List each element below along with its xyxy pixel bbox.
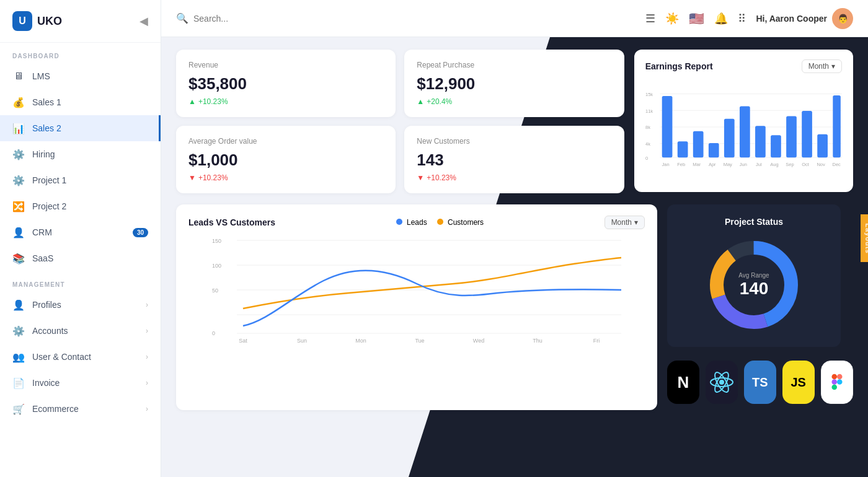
stat-label: New Customers [417,137,611,146]
chevron-right-icon: › [146,405,148,413]
bottom-row: Leads VS Customers Leads Customers [176,204,853,410]
sales2-icon: 📊 [12,122,25,134]
svg-text:Fri: Fri [593,338,600,344]
sidebar-item-crm[interactable]: 👤 CRM 30 [0,219,161,245]
main-content: 🔍 ☰ ☀️ 🇺🇸 🔔 ⠿ Hi, Aaron Cooper 👨 [161,0,868,477]
chevron-right-icon: › [146,300,148,309]
svg-text:Jun: Jun [739,162,746,167]
stat-card-avg-order: Average Order value $1,000 ▼ +10.23% [176,126,396,193]
collapse-button[interactable]: ◀ [140,14,148,28]
sidebar-item-label: Invoice [32,378,138,388]
stats-left: Revenue $35,800 ▲ +10.23% Repeat Purchas… [176,50,624,193]
svg-text:Mar: Mar [693,162,701,167]
sidebar-item-project1[interactable]: ⚙️ Project 1 [0,167,161,193]
chevron-down-icon: ▾ [831,62,835,71]
sidebar-item-invoice[interactable]: 📄 Invoice › [0,370,161,396]
chevron-right-icon: › [146,352,148,361]
sidebar-item-label: Accounts [32,326,138,336]
stat-card-new-customers: New Customers 143 ▼ +10.23% [404,126,624,193]
svg-text:0: 0 [212,330,215,336]
accounts-icon: ⚙️ [12,325,25,337]
leads-header: Leads VS Customers Leads Customers [188,216,645,229]
svg-text:Sep: Sep [786,162,794,167]
sidebar-item-label: Profiles [32,300,138,310]
user-greeting: Hi, Aaron Cooper [756,14,827,24]
crm-badge: 30 [133,228,148,237]
svg-rect-10 [662,96,672,157]
svg-text:150: 150 [212,238,221,244]
svg-text:Nov: Nov [817,162,825,167]
sidebar-item-ecommerce[interactable]: 🛒 Ecommerce › [0,396,161,422]
svg-point-54 [719,380,724,385]
logo-text: UKO [37,15,62,28]
project-status-card: Project Status [667,204,841,347]
profiles-icon: 👤 [12,299,25,311]
sidebar-item-sales2[interactable]: 📊 Sales 2 [0,115,161,141]
stat-value: 143 [417,151,611,170]
sidebar-item-saas[interactable]: 📚 SaaS [0,245,161,271]
sidebar-item-label: Hiring [32,149,148,159]
invoice-icon: 📄 [12,377,25,389]
chevron-down-icon: ▾ [634,218,638,227]
search-input[interactable] [193,14,317,24]
svg-rect-58 [831,374,837,380]
flag-icon[interactable]: 🇺🇸 [689,11,704,26]
notification-icon[interactable]: 🔔 [714,12,728,25]
svg-point-62 [837,379,843,385]
legend-customers: Customers [437,218,484,227]
sales1-icon: 💰 [12,96,25,108]
leads-line-chart: 150 100 50 0 Sat Sun Mon Tue Wed [188,234,645,346]
sidebar-item-lms[interactable]: 🖥 LMS [0,63,161,89]
down-arrow-icon: ▼ [417,173,424,182]
sidebar-item-profiles[interactable]: 👤 Profiles › [0,292,161,318]
svg-text:8k: 8k [645,125,650,130]
search-wrapper: 🔍 [176,12,362,24]
sidebar-item-hiring[interactable]: ⚙️ Hiring [0,141,161,167]
theme-icon[interactable]: ☀️ [665,12,679,25]
donut-chart: Avg Range 140 [704,235,804,335]
svg-text:Sat: Sat [239,338,247,344]
leads-dot [396,219,402,225]
leads-chart-card: Leads VS Customers Leads Customers [176,204,657,410]
earnings-header: Earnings Report Month ▾ [645,59,842,73]
period-label: Month [808,62,829,71]
svg-rect-16 [755,126,766,157]
typescript-icon: TS [744,361,776,404]
up-arrow-icon: ▲ [188,97,196,106]
svg-text:Sun: Sun [297,338,307,344]
change-value: +10.23% [198,97,228,106]
leads-period-button[interactable]: Month ▾ [604,216,645,229]
svg-text:100: 100 [212,263,221,269]
avg-range-label: Avg Range [738,272,769,279]
svg-rect-60 [831,379,837,385]
sidebar-item-label: Sales 1 [32,97,148,107]
grid-icon[interactable]: ⠿ [738,12,746,25]
search-icon: 🔍 [176,12,188,24]
earnings-card: Earnings Report Month ▾ 15k 11k 8k 4k 0 [634,50,853,192]
layouts-tab[interactable]: Layouts [861,214,868,262]
stat-value: $12,900 [417,74,611,94]
nextjs-icon: N [667,361,699,404]
svg-text:Oct: Oct [802,162,810,167]
menu-icon[interactable]: ☰ [645,12,655,25]
svg-text:Jan: Jan [662,162,669,167]
chevron-right-icon: › [146,326,148,335]
earnings-period-button[interactable]: Month ▾ [802,59,842,73]
tech-icons-row: N TS [667,354,853,410]
svg-text:Mon: Mon [355,338,366,344]
sidebar-item-accounts[interactable]: ⚙️ Accounts › [0,318,161,344]
header-right: ☰ ☀️ 🇺🇸 🔔 ⠿ Hi, Aaron Cooper 👨 [645,8,853,29]
hiring-icon: ⚙️ [12,148,25,160]
sidebar-item-sales1[interactable]: 💰 Sales 1 [0,89,161,115]
sidebar-item-label: SaaS [32,253,148,263]
change-value: +10.23% [427,173,456,182]
sidebar-item-label: Ecommerce [32,404,138,414]
sidebar-item-user-contact[interactable]: 👥 User & Contact › [0,344,161,370]
donut-value: 140 [738,279,769,299]
stat-label: Repeat Purchase [417,61,611,69]
chart-legend: Leads Customers [396,218,484,227]
svg-text:Jul: Jul [756,162,762,167]
sidebar-item-project2[interactable]: 🔀 Project 2 [0,193,161,219]
sidebar-item-label: CRM [32,227,125,237]
sidebar-item-label: Project 1 [32,175,148,185]
